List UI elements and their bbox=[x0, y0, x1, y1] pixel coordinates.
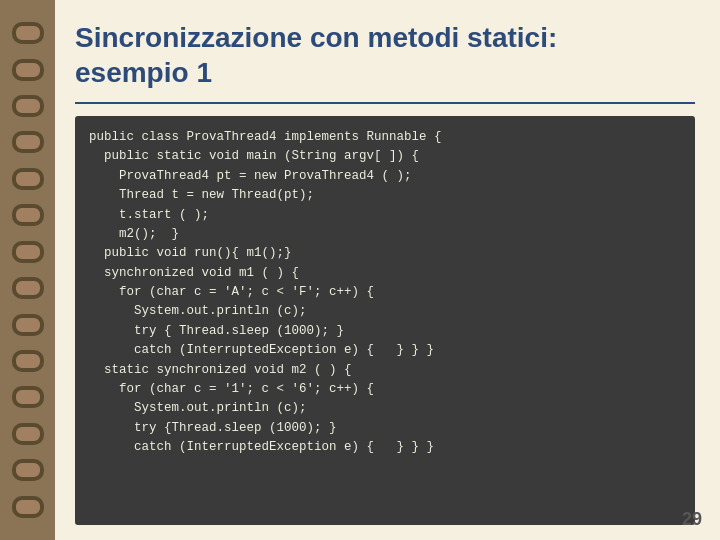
title-line1: Sincronizzazione con metodi statici: bbox=[75, 22, 557, 53]
code-block: public class ProvaThread4 implements Run… bbox=[75, 116, 695, 525]
spiral-ring bbox=[12, 204, 44, 226]
content-area: Sincronizzazione con metodi statici: ese… bbox=[55, 0, 720, 540]
spiral-ring bbox=[12, 496, 44, 518]
spiral-binding bbox=[0, 0, 55, 540]
spiral-ring bbox=[12, 95, 44, 117]
spiral-ring bbox=[12, 386, 44, 408]
slide-title: Sincronizzazione con metodi statici: ese… bbox=[75, 20, 695, 90]
spiral-ring bbox=[12, 459, 44, 481]
spiral-ring bbox=[12, 423, 44, 445]
spiral-ring bbox=[12, 131, 44, 153]
title-line2: esempio 1 bbox=[75, 57, 212, 88]
slide-container: Sincronizzazione con metodi statici: ese… bbox=[0, 0, 720, 540]
spiral-ring bbox=[12, 314, 44, 336]
page-number: 29 bbox=[682, 509, 702, 530]
divider bbox=[75, 102, 695, 104]
spiral-ring bbox=[12, 241, 44, 263]
spiral-ring bbox=[12, 168, 44, 190]
spiral-ring bbox=[12, 277, 44, 299]
spiral-ring bbox=[12, 59, 44, 81]
spiral-ring bbox=[12, 22, 44, 44]
spiral-ring bbox=[12, 350, 44, 372]
